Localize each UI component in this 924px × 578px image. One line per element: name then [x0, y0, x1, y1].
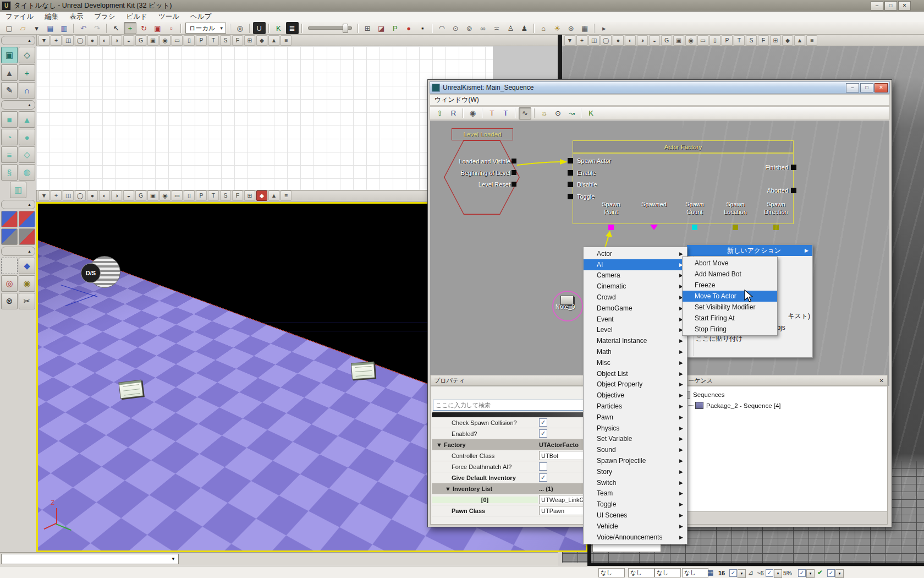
terrain-mode-icon[interactable]: ▲ [1, 64, 18, 81]
ai-submenu-item[interactable]: Move To Actor [683, 291, 777, 302]
maximize-button[interactable]: □ [884, 1, 897, 10]
output-connector[interactable] [791, 165, 796, 170]
viewport-icon-10[interactable]: ◉ [160, 190, 170, 201]
viewport-icon-13[interactable]: P [196, 190, 207, 201]
drag-grid-checkbox[interactable]: ✓ [729, 569, 737, 577]
csg-subtract-icon[interactable] [19, 211, 35, 227]
blue-sheet-icon[interactable]: ◆ [19, 258, 35, 274]
scale-grid-dropdown[interactable]: ▾ [806, 569, 815, 578]
category-menu-item[interactable]: Vehicle▶ [584, 521, 687, 532]
select-tool-icon[interactable]: ↖ [110, 22, 123, 34]
viewport-icon-3[interactable]: ◯ [75, 190, 86, 201]
zoom-to-fit-icon[interactable]: T [486, 107, 498, 119]
viewport-icon-7[interactable]: ◒ [123, 35, 134, 46]
actor-white-icon[interactable]: ♙ [504, 22, 517, 34]
viewport-icon-18[interactable]: ◆ [782, 35, 793, 46]
category-menu-item[interactable]: Pawn▶ [584, 412, 687, 423]
menu-item-5[interactable]: ツール [153, 12, 185, 22]
input-connector[interactable] [568, 158, 573, 163]
input-connector[interactable] [568, 182, 573, 187]
kismet-close-button[interactable]: ✕ [875, 83, 888, 92]
viewport-icon-0[interactable]: ▼ [38, 190, 50, 201]
viewport-icon-15[interactable]: S [220, 35, 231, 46]
ai-submenu-item[interactable]: Abort Move [683, 258, 777, 269]
translate-widget-icon[interactable]: + [19, 64, 35, 81]
viewport-icon-12[interactable]: ▯ [710, 35, 721, 46]
save-all-icon[interactable]: ▥ [58, 22, 70, 34]
status-field-0[interactable] [598, 568, 625, 577]
kismet-maximize-button[interactable]: □ [860, 83, 873, 92]
category-menu-item[interactable]: Switch▶ [584, 477, 687, 488]
translate-tool-icon[interactable]: + [124, 22, 136, 34]
new-file-icon[interactable]: ▢ [3, 22, 15, 34]
viewport-icon-20[interactable]: ≡ [806, 35, 817, 46]
sphere-builder-icon[interactable]: ◍ [19, 164, 35, 181]
autosave-checkbox[interactable]: ✓ [827, 569, 835, 577]
close-button[interactable]: ✕ [898, 1, 911, 10]
record-icon[interactable]: ● [403, 22, 415, 34]
camera-speed-slider[interactable] [308, 26, 352, 30]
output-connector[interactable] [791, 188, 796, 193]
marquee-select-icon[interactable] [1, 258, 18, 274]
variable-connector-arrow[interactable] [650, 225, 658, 230]
category-menu-item[interactable]: Level▶ [584, 325, 687, 336]
cube-builder-icon[interactable]: ■ [1, 111, 18, 128]
viewport-icon-6[interactable]: ◑ [637, 35, 648, 46]
viewport-icon-16[interactable]: F [758, 35, 769, 46]
input-connector[interactable] [568, 194, 573, 199]
viewport-icon-11[interactable]: ▭ [172, 190, 183, 201]
menu-item-1[interactable]: 編集 [39, 12, 64, 22]
content-browser-icon[interactable]: U [253, 22, 266, 34]
viewport-icon-3[interactable]: ◯ [75, 35, 86, 46]
rotate-tool-icon[interactable]: ↻ [138, 22, 150, 34]
ai-submenu-item[interactable]: Add Named Bot [683, 269, 777, 280]
matinee-icon[interactable]: ≣ [286, 22, 299, 34]
status-field-3[interactable] [682, 568, 708, 577]
viewport-icon-5[interactable]: ◐ [99, 35, 110, 46]
parent-sequence-icon[interactable]: ⇧ [433, 107, 446, 119]
kismet-icon[interactable]: K [272, 22, 285, 34]
rename-sequence-icon[interactable]: R [447, 107, 460, 119]
special-brush-icon[interactable]: ◎ [1, 275, 18, 292]
viewport-icon-16[interactable]: F [232, 190, 243, 201]
viewport-icon-4[interactable]: ● [87, 190, 98, 201]
category-menu-item[interactable]: Set Variable▶ [584, 434, 687, 445]
go-ball-icon[interactable]: ⊗ [1, 293, 18, 309]
category-menu-item[interactable]: DemoGame▶ [584, 303, 687, 314]
autosave-dropdown[interactable]: ▾ [835, 569, 844, 578]
category-menu-item[interactable]: Event▶ [584, 314, 687, 325]
ai-submenu-item[interactable]: Freeze [683, 280, 777, 291]
viewport-icon-9[interactable]: ▣ [673, 35, 684, 46]
update-icon[interactable]: ↝ [565, 107, 578, 119]
cut-tool-icon[interactable]: ✂ [19, 293, 35, 309]
output-connector[interactable] [512, 182, 516, 187]
scale-grid-checkbox[interactable]: ✓ [798, 569, 806, 577]
viewport-icon-2[interactable]: ◫ [63, 35, 74, 46]
build-lighting-icon[interactable]: ☀ [551, 22, 564, 34]
viewport-icon-0[interactable]: ▼ [564, 35, 575, 46]
status-field-1[interactable] [628, 568, 654, 577]
category-menu-item[interactable]: Physics▶ [584, 423, 687, 434]
cone-builder-icon[interactable]: ▲ [19, 111, 35, 128]
viewport-icon-14[interactable]: T [208, 190, 219, 201]
zoom-selected-icon[interactable]: T [499, 107, 512, 119]
property-checkbox[interactable]: ✓ [539, 429, 547, 438]
viewport-icon-11[interactable]: ▭ [697, 35, 708, 46]
output-connector[interactable] [512, 159, 516, 163]
link-icon[interactable]: ∞ [477, 22, 490, 34]
viewport-icon-12[interactable]: ▯ [184, 190, 195, 201]
viewport-icon-9[interactable]: ▣ [147, 35, 158, 46]
actor-factory-node-title[interactable]: Actor Factory [573, 140, 794, 153]
viewport-icon-15[interactable]: S [220, 190, 231, 201]
category-menu-item[interactable]: Math▶ [584, 346, 687, 357]
viewport-icon-13[interactable]: P [722, 35, 733, 46]
variable-connector[interactable] [773, 225, 779, 230]
build-paths-icon[interactable]: ⊛ [565, 22, 578, 34]
category-menu-item[interactable]: Cinematic▶ [584, 281, 687, 292]
volume-builder-icon[interactable]: ▥ [10, 182, 26, 198]
csg-intersect-icon[interactable] [1, 228, 18, 245]
category-menu-item[interactable]: Story▶ [584, 466, 687, 477]
viewport-icon-19[interactable]: ▲ [268, 35, 279, 46]
viewport-icon-3[interactable]: ◯ [601, 35, 612, 46]
viewport-icon-20[interactable]: ≡ [280, 190, 292, 201]
